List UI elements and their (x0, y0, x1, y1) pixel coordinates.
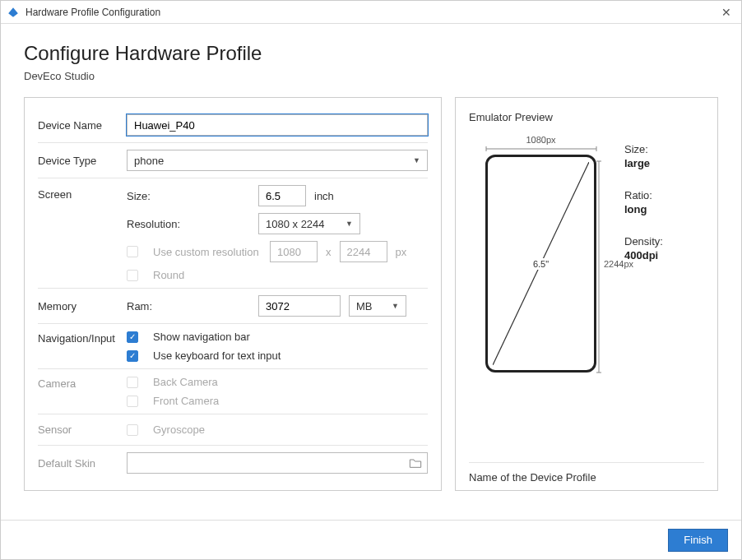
use-keyboard-label: Use keyboard for text input (153, 349, 281, 362)
nav-label: Navigation/Input (38, 331, 127, 345)
screen-size-input[interactable] (258, 185, 306, 206)
custom-res-x: x (326, 246, 332, 258)
memory-label: Memory (38, 300, 127, 312)
ram-label: Ram: (127, 300, 250, 312)
device-name-label: Device Name (38, 119, 127, 132)
screen-size-label: Size: (127, 190, 250, 202)
chevron-down-icon: ▼ (413, 156, 420, 164)
sensor-label: Sensor (38, 423, 127, 436)
ram-unit-value: MB (356, 300, 373, 312)
use-keyboard-checkbox[interactable] (127, 350, 138, 362)
show-nav-bar-label: Show navigation bar (153, 331, 250, 343)
device-type-value: phone (134, 155, 164, 167)
device-type-select[interactable]: phone ▼ (127, 150, 428, 171)
phone-outline: 6.5" (485, 155, 596, 373)
gyroscope-checkbox[interactable] (127, 424, 138, 436)
round-checkbox[interactable] (127, 270, 138, 281)
preview-title: Emulator Preview (469, 111, 704, 123)
ratio-value: long (624, 203, 704, 215)
back-camera-label: Back Camera (153, 376, 218, 388)
device-name-input[interactable] (127, 114, 428, 136)
default-skin-input[interactable] (127, 452, 428, 474)
camera-label: Camera (38, 376, 127, 390)
custom-resolution-checkbox[interactable] (127, 246, 138, 257)
resolution-select[interactable]: 1080 x 2244 ▼ (258, 213, 360, 234)
ram-input[interactable] (258, 295, 341, 317)
front-camera-label: Front Camera (153, 395, 219, 407)
custom-res-width-input (270, 241, 318, 262)
default-skin-label: Default Skin (38, 457, 127, 470)
custom-res-height-input (340, 241, 387, 262)
preview-footer: Name of the Device Profile (469, 462, 704, 484)
preview-panel: Emulator Preview 1080px (455, 97, 718, 491)
resolution-label: Resolution: (127, 218, 250, 230)
title-bar: Hardware Profile Configuration ✕ (1, 1, 741, 24)
back-camera-checkbox[interactable] (127, 377, 138, 388)
app-icon (7, 7, 19, 18)
preview-stats: Size: large Ratio: long Density: 400dpi (624, 135, 704, 373)
preview-width-label: 1080px (469, 135, 613, 145)
size-value: large (624, 157, 704, 169)
device-preview: 1080px 6.5" (469, 135, 613, 373)
preview-diagonal-label: 6.5" (531, 258, 550, 270)
custom-resolution-label: Use custom resolution (153, 246, 262, 258)
window-title: Hardware Profile Configuration (26, 7, 718, 18)
folder-icon (409, 457, 422, 469)
finish-button[interactable]: Finish (668, 529, 728, 552)
ratio-key: Ratio: (624, 189, 704, 201)
custom-res-unit: px (396, 246, 407, 258)
dimension-line-top (480, 146, 603, 151)
device-type-label: Device Type (38, 155, 127, 167)
chevron-down-icon: ▼ (345, 220, 353, 228)
front-camera-checkbox[interactable] (127, 396, 138, 407)
resolution-value: 1080 x 2244 (266, 218, 325, 230)
page-subtitle: DevEco Studio (24, 70, 718, 82)
page-title: Configure Hardware Profile (24, 42, 718, 65)
size-key: Size: (624, 143, 704, 155)
dimension-line-side (596, 158, 601, 376)
config-panel: Device Name Device Type phone ▼ Screen S… (24, 97, 442, 491)
screen-label: Screen (38, 185, 127, 201)
show-nav-bar-checkbox[interactable] (127, 331, 138, 343)
close-icon[interactable]: ✕ (718, 6, 735, 19)
screen-size-unit: inch (314, 190, 334, 202)
round-label: Round (153, 269, 184, 281)
chevron-down-icon: ▼ (392, 302, 399, 310)
density-key: Density: (624, 235, 704, 248)
gyroscope-label: Gyroscope (153, 423, 205, 436)
density-value: 400dpi (624, 249, 704, 261)
ram-unit-select[interactable]: MB ▼ (349, 295, 406, 317)
dialog-footer: Finish (1, 520, 741, 559)
preview-height-label: 2244px (604, 259, 633, 269)
